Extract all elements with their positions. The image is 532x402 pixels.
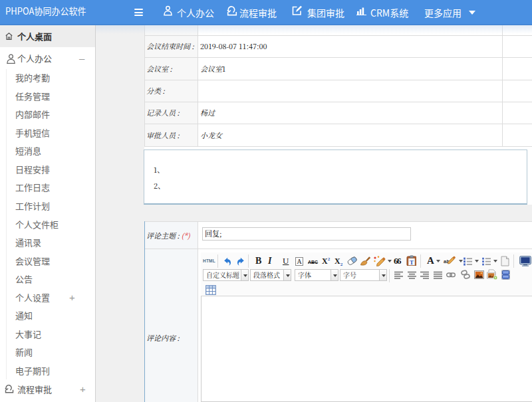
svg-text:T: T	[410, 259, 414, 266]
